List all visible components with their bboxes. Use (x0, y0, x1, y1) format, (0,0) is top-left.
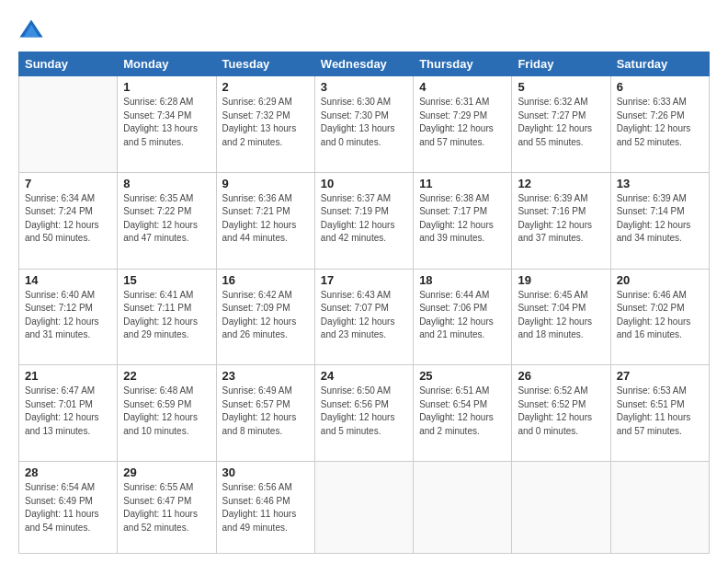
day-info: Sunrise: 6:51 AM Sunset: 6:54 PM Dayligh… (419, 385, 506, 438)
calendar-cell (414, 462, 512, 554)
day-number: 23 (222, 369, 309, 383)
day-number: 28 (25, 465, 111, 479)
day-info: Sunrise: 6:39 AM Sunset: 7:16 PM Dayligh… (518, 192, 604, 246)
day-info: Sunrise: 6:54 AM Sunset: 6:49 PM Dayligh… (25, 481, 111, 534)
calendar-cell: 7Sunrise: 6:34 AM Sunset: 7:24 PM Daylig… (19, 172, 118, 269)
logo (18, 17, 48, 42)
day-info: Sunrise: 6:32 AM Sunset: 7:27 PM Dayligh… (518, 96, 604, 149)
calendar-cell: 9Sunrise: 6:36 AM Sunset: 7:21 PM Daylig… (216, 172, 314, 269)
day-number: 20 (617, 273, 703, 287)
day-number: 10 (321, 177, 407, 190)
calendar-cell: 17Sunrise: 6:43 AM Sunset: 7:07 PM Dayli… (314, 269, 413, 365)
calendar-cell (512, 462, 610, 554)
weekday-header-sunday: Sunday (19, 52, 118, 76)
day-info: Sunrise: 6:48 AM Sunset: 6:59 PM Dayligh… (123, 385, 210, 438)
day-info: Sunrise: 6:56 AM Sunset: 6:46 PM Dayligh… (222, 481, 309, 534)
calendar-week-row: 28Sunrise: 6:54 AM Sunset: 6:49 PM Dayli… (19, 462, 710, 554)
day-number: 25 (419, 369, 506, 383)
calendar-table: SundayMondayTuesdayWednesdayThursdayFrid… (18, 52, 710, 554)
day-info: Sunrise: 6:53 AM Sunset: 6:51 PM Dayligh… (617, 385, 703, 438)
calendar-week-row: 14Sunrise: 6:40 AM Sunset: 7:12 PM Dayli… (19, 269, 710, 365)
day-info: Sunrise: 6:46 AM Sunset: 7:02 PM Dayligh… (617, 289, 703, 342)
calendar-cell: 22Sunrise: 6:48 AM Sunset: 6:59 PM Dayli… (118, 365, 216, 462)
weekday-header-friday: Friday (512, 52, 610, 76)
logo-icon (18, 17, 44, 42)
day-info: Sunrise: 6:29 AM Sunset: 7:32 PM Dayligh… (222, 96, 309, 149)
day-number: 12 (518, 177, 604, 190)
day-number: 8 (123, 177, 210, 190)
day-number: 11 (419, 177, 506, 190)
calendar-cell: 15Sunrise: 6:41 AM Sunset: 7:11 PM Dayli… (118, 269, 216, 365)
day-info: Sunrise: 6:37 AM Sunset: 7:19 PM Dayligh… (321, 192, 407, 246)
day-info: Sunrise: 6:44 AM Sunset: 7:06 PM Dayligh… (419, 289, 506, 342)
calendar-cell: 28Sunrise: 6:54 AM Sunset: 6:49 PM Dayli… (19, 462, 118, 554)
day-info: Sunrise: 6:31 AM Sunset: 7:29 PM Dayligh… (419, 96, 506, 149)
day-info: Sunrise: 6:28 AM Sunset: 7:34 PM Dayligh… (123, 96, 210, 149)
day-number: 6 (617, 80, 703, 94)
day-info: Sunrise: 6:35 AM Sunset: 7:22 PM Dayligh… (123, 192, 210, 246)
calendar-cell: 20Sunrise: 6:46 AM Sunset: 7:02 PM Dayli… (610, 269, 709, 365)
calendar-cell: 21Sunrise: 6:47 AM Sunset: 7:01 PM Dayli… (19, 365, 118, 462)
calendar-cell: 18Sunrise: 6:44 AM Sunset: 7:06 PM Dayli… (414, 269, 512, 365)
day-number: 22 (123, 369, 210, 383)
calendar-cell (610, 462, 709, 554)
day-info: Sunrise: 6:49 AM Sunset: 6:57 PM Dayligh… (222, 385, 309, 438)
page: SundayMondayTuesdayWednesdayThursdayFrid… (0, 0, 728, 563)
day-number: 26 (518, 369, 604, 383)
calendar-cell: 13Sunrise: 6:39 AM Sunset: 7:14 PM Dayli… (610, 172, 709, 269)
day-number: 7 (25, 177, 111, 190)
calendar-cell: 16Sunrise: 6:42 AM Sunset: 7:09 PM Dayli… (216, 269, 314, 365)
weekday-header-row: SundayMondayTuesdayWednesdayThursdayFrid… (19, 52, 710, 76)
calendar-cell: 10Sunrise: 6:37 AM Sunset: 7:19 PM Dayli… (314, 172, 413, 269)
weekday-header-tuesday: Tuesday (216, 52, 314, 76)
calendar-cell: 2Sunrise: 6:29 AM Sunset: 7:32 PM Daylig… (216, 76, 314, 173)
day-number: 21 (25, 369, 111, 383)
day-number: 9 (222, 177, 309, 190)
day-number: 16 (222, 273, 309, 287)
header (18, 17, 710, 42)
day-number: 14 (25, 273, 111, 287)
weekday-header-thursday: Thursday (414, 52, 512, 76)
calendar-cell: 27Sunrise: 6:53 AM Sunset: 6:51 PM Dayli… (610, 365, 709, 462)
day-number: 13 (617, 177, 703, 190)
day-info: Sunrise: 6:39 AM Sunset: 7:14 PM Dayligh… (617, 192, 703, 246)
calendar-cell: 8Sunrise: 6:35 AM Sunset: 7:22 PM Daylig… (118, 172, 216, 269)
day-info: Sunrise: 6:30 AM Sunset: 7:30 PM Dayligh… (321, 96, 407, 149)
day-number: 19 (518, 273, 604, 287)
day-number: 17 (321, 273, 407, 287)
calendar-cell: 25Sunrise: 6:51 AM Sunset: 6:54 PM Dayli… (414, 365, 512, 462)
day-number: 2 (222, 80, 309, 94)
day-info: Sunrise: 6:38 AM Sunset: 7:17 PM Dayligh… (419, 192, 506, 246)
day-info: Sunrise: 6:55 AM Sunset: 6:47 PM Dayligh… (123, 481, 210, 534)
calendar-cell: 1Sunrise: 6:28 AM Sunset: 7:34 PM Daylig… (118, 76, 216, 173)
calendar-cell (314, 462, 413, 554)
day-number: 30 (222, 465, 309, 479)
day-number: 1 (123, 80, 210, 94)
weekday-header-wednesday: Wednesday (314, 52, 413, 76)
day-info: Sunrise: 6:36 AM Sunset: 7:21 PM Dayligh… (222, 192, 309, 246)
calendar-cell: 26Sunrise: 6:52 AM Sunset: 6:52 PM Dayli… (512, 365, 610, 462)
calendar-week-row: 7Sunrise: 6:34 AM Sunset: 7:24 PM Daylig… (19, 172, 710, 269)
weekday-header-saturday: Saturday (610, 52, 709, 76)
day-number: 29 (123, 465, 210, 479)
day-info: Sunrise: 6:43 AM Sunset: 7:07 PM Dayligh… (321, 289, 407, 342)
day-number: 4 (419, 80, 506, 94)
day-info: Sunrise: 6:47 AM Sunset: 7:01 PM Dayligh… (25, 385, 111, 438)
day-number: 5 (518, 80, 604, 94)
day-number: 27 (617, 369, 703, 383)
calendar-cell (19, 76, 118, 173)
calendar-cell: 5Sunrise: 6:32 AM Sunset: 7:27 PM Daylig… (512, 76, 610, 173)
day-info: Sunrise: 6:34 AM Sunset: 7:24 PM Dayligh… (25, 192, 111, 246)
day-info: Sunrise: 6:45 AM Sunset: 7:04 PM Dayligh… (518, 289, 604, 342)
day-number: 18 (419, 273, 506, 287)
calendar-cell: 3Sunrise: 6:30 AM Sunset: 7:30 PM Daylig… (314, 76, 413, 173)
weekday-header-monday: Monday (118, 52, 216, 76)
calendar-cell: 23Sunrise: 6:49 AM Sunset: 6:57 PM Dayli… (216, 365, 314, 462)
day-info: Sunrise: 6:33 AM Sunset: 7:26 PM Dayligh… (617, 96, 703, 149)
day-number: 24 (321, 369, 407, 383)
day-info: Sunrise: 6:41 AM Sunset: 7:11 PM Dayligh… (123, 289, 210, 342)
calendar-cell: 4Sunrise: 6:31 AM Sunset: 7:29 PM Daylig… (414, 76, 512, 173)
calendar-week-row: 1Sunrise: 6:28 AM Sunset: 7:34 PM Daylig… (19, 76, 710, 173)
day-info: Sunrise: 6:52 AM Sunset: 6:52 PM Dayligh… (518, 385, 604, 438)
calendar-cell: 19Sunrise: 6:45 AM Sunset: 7:04 PM Dayli… (512, 269, 610, 365)
